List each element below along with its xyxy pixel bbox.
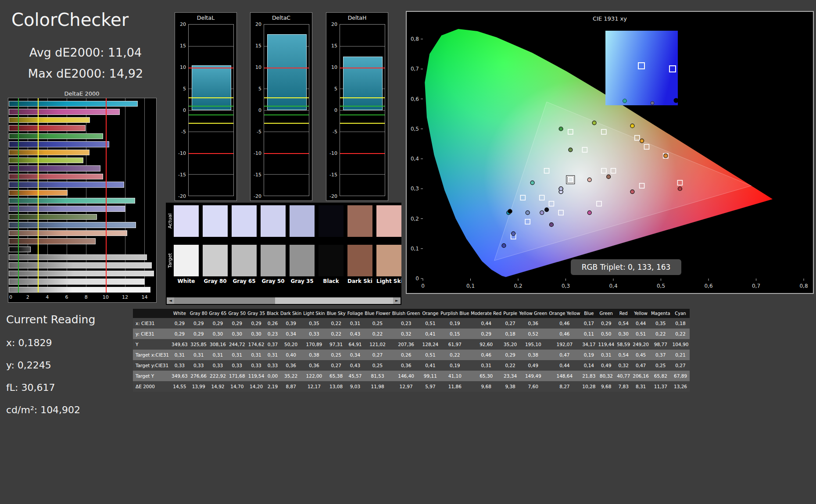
table-cell: 8,31 [631,381,650,392]
ref-line-1 [264,106,309,107]
patch-scrollbar[interactable]: ◄ ► [167,297,401,304]
table-cell: 0,30 [247,329,266,339]
table-cell: 0,29 [208,318,228,329]
table-cell: 21,83 [581,371,597,381]
actual-patch-gray-35 [290,205,315,237]
table-cell: 0,54 [616,350,631,360]
gridline [189,132,233,132]
patch-label-white: White [174,278,199,287]
table-cell: 0,22 [502,360,518,371]
table-cell: 9,03 [347,381,364,392]
table-cell: 244,72 [227,339,247,350]
table-cell: 104,90 [671,339,690,350]
delta-bar [192,65,231,110]
measured-point [559,127,563,131]
ref-line--1 [264,114,309,115]
table-cell: 0,27 [364,350,391,360]
table-cell: 119,44 [597,339,616,350]
table-cell: 206,16 [631,371,650,381]
table-cell: 0,23 [266,329,279,339]
scrollbar-thumb[interactable] [174,297,275,304]
gridline [264,110,309,111]
x-tick-label: 0,4 [609,283,617,289]
y-tick-label: 15 [180,43,186,49]
actual-patch-dark-skin [347,205,372,237]
table-cell: 0,54 [616,318,631,329]
table-cell: 0,38 [518,350,548,360]
plot-area [264,24,309,196]
table-cell: 0,39 [279,318,302,329]
max-de2000-readout: Max dE2000: 14,92 [0,67,171,80]
table-cell: 0,46 [470,350,502,360]
bar-black [9,247,31,252]
rgb-triplet-readout: RGB Triplet: 0, 133, 163 [571,259,681,275]
table-cell: 0,31 [208,350,228,360]
y-tick-label: 15 [255,43,261,49]
table-cell: 35,20 [502,339,518,350]
table-cell: 0,19 [581,350,597,360]
y-tick-label: 0,8 [411,36,419,42]
table-cell: 0,25 [650,360,671,371]
table-cell: 0,49 [518,360,548,371]
measured-point [587,178,591,182]
table-cell: 0,33 [302,329,326,339]
table-cell: 0,30 [208,329,228,339]
gridline [264,132,309,132]
actual-patch-gray-50 [261,205,286,237]
y-axis: 20151050-5-10-15-20 [326,24,340,196]
ref-line--1 [340,114,385,115]
table-row-y-cie31: y: CIE310,290,290,300,300,300,230,340,33… [133,329,690,339]
measured-point [512,232,515,236]
bar-blue-sky [9,222,136,228]
scroll-right-arrow-icon[interactable]: ► [393,297,401,304]
y-tick-label: -15 [254,172,261,178]
ref-line-3 [264,97,309,98]
table-cell: 195,10 [518,339,548,350]
table-cell: 10,28 [581,381,597,392]
bar-white [9,287,150,293]
table-cell: 0,25 [364,360,391,371]
gridline [189,174,233,175]
current-reading-title: Current Reading [6,313,147,326]
current-reading-fl: fL: 30,617 [6,382,147,393]
bar-yellow-green [9,157,83,163]
y-tick-label: 0 [334,107,337,113]
x-tick-label: 8 [85,294,88,300]
x-tick-label: 2 [26,294,29,300]
table-cell: 122,00 [302,371,326,381]
scrollbar-track[interactable] [174,297,393,304]
table-cell: 0,25 [326,350,347,360]
table-cell: 0,27 [326,360,347,371]
table-cell: 174,62 [247,339,266,350]
measured-point [592,121,596,125]
ref-line-10 [340,68,385,68]
table-cell: 9,68 [470,381,502,392]
x-tick-label: 0,7 [752,283,760,289]
table-cell: 0,51 [421,350,440,360]
table-cell: 0,31 [247,350,266,360]
scroll-left-arrow-icon[interactable]: ◄ [167,297,174,304]
target-patch-dark-skin [347,245,372,276]
y-tick-label: -15 [178,172,186,178]
table-cell: 0,36 [302,360,326,371]
table-cell: 0,29 [227,318,247,329]
table-cell: 13,08 [326,381,347,392]
ref-line--10 [264,153,309,154]
y-tick-label: 0,2 [411,216,419,222]
y-tick-label: -20 [254,193,261,199]
y-tick-label: 0,6 [411,96,419,102]
table-cell: 146,40 [391,371,421,381]
table-cell: 0,29 [502,350,518,360]
table-row-target-y-cie31: Target y:CIE310,330,330,330,330,330,330,… [133,360,690,371]
target-patch-gray-80 [203,245,228,276]
ref-line--1 [189,114,233,115]
table-cell: 0,31 [266,350,279,360]
gridline [189,110,233,111]
y-tick-label: -20 [178,193,186,199]
ref-line-10 [264,68,309,68]
table-cell: 0,26 [391,350,421,360]
table-row-label: Target x:CIE31 [133,350,170,360]
x-tick-label: 12 [122,294,128,300]
y-tick-label: -10 [254,150,261,156]
measured-point [530,181,534,185]
